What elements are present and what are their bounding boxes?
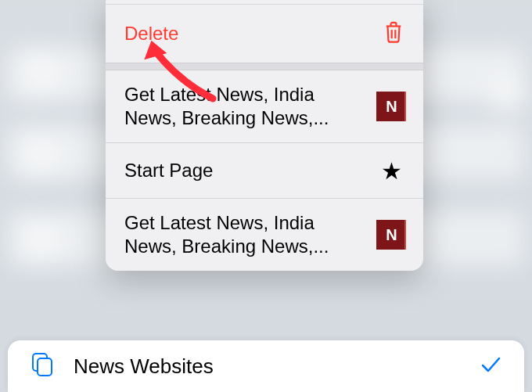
tab-item-title: Get Latest News, India News, Breaking Ne… (124, 83, 364, 130)
delete-menu-item[interactable]: Delete (106, 5, 423, 63)
tab-group-title: News Websites (74, 354, 460, 379)
tab-item-title: Get Latest News, India News, Breaking Ne… (124, 211, 364, 258)
tab-item-news-2[interactable]: Get Latest News, India News, Breaking Ne… (106, 199, 423, 271)
checkmark-icon (479, 353, 502, 379)
tab-item-news-1[interactable]: Get Latest News, India News, Breaking Ne… (106, 70, 423, 143)
star-icon: ★ (376, 156, 406, 185)
tab-item-start-page[interactable]: Start Page ★ (106, 143, 423, 199)
news-favicon: N (376, 92, 406, 121)
delete-label: Delete (124, 23, 178, 45)
context-menu-popover: Delete Get Latest News, India News, Brea… (106, 0, 423, 271)
tab-group-icon (30, 351, 55, 382)
section-divider (106, 63, 423, 70)
tab-group-row[interactable]: News Websites (8, 340, 524, 392)
trash-icon (383, 20, 404, 47)
news-favicon: N (376, 220, 406, 250)
tab-item-title: Start Page (124, 159, 364, 182)
svg-rect-1 (38, 358, 52, 376)
